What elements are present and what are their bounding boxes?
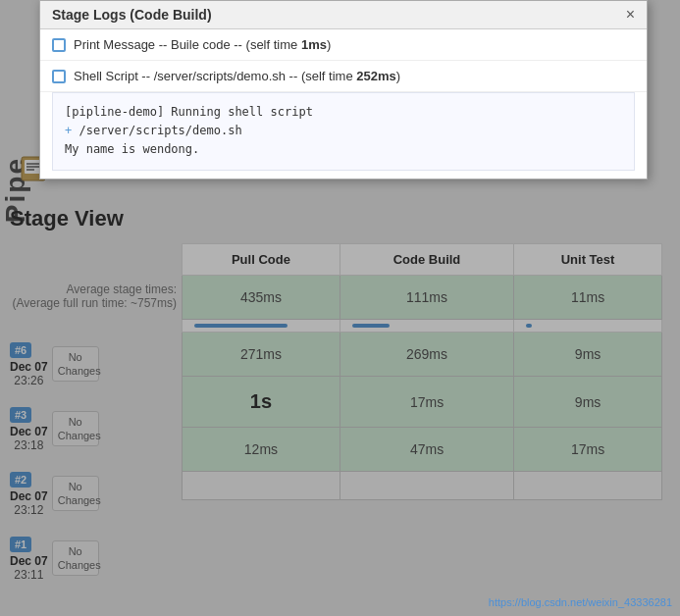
watermark: https://blog.csdn.net/weixin_43336281 [489, 596, 672, 608]
log-item-2: Shell Script -- /server/scripts/demo.sh … [40, 61, 647, 92]
modal-dialog: Stage Logs (Code Build) × Print Message … [39, 0, 648, 180]
log-item-icon-2 [52, 70, 66, 83]
log-item-icon-1 [52, 38, 66, 52]
log-line-2: + /server/scripts/demo.sh [65, 122, 622, 140]
log-output: [pipline-demo] Running shell script + /s… [52, 92, 635, 171]
log-item-text-1: Print Message -- Buile code -- (self tim… [74, 37, 635, 52]
log-item-text-2: Shell Script -- /server/scripts/demo.sh … [74, 69, 635, 83]
modal-header: Stage Logs (Code Build) × [40, 1, 647, 29]
modal-close-button[interactable]: × [626, 7, 635, 23]
log-item-1: Print Message -- Buile code -- (self tim… [40, 29, 647, 61]
log-line-1: [pipline-demo] Running shell script [65, 103, 622, 122]
modal-body: Print Message -- Buile code -- (self tim… [40, 29, 647, 171]
log-line-3: My name is wendong. [65, 140, 622, 159]
modal-title: Stage Logs (Code Build) [52, 7, 212, 23]
